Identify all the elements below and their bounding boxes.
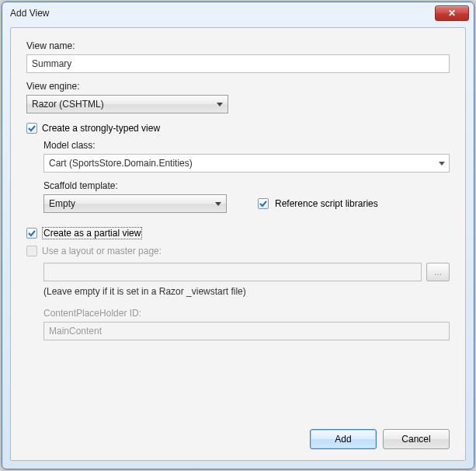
reference-scripts-label: Reference script libraries [275, 198, 378, 209]
view-name-label: View name: [26, 40, 450, 51]
chevron-down-icon [217, 103, 223, 106]
model-class-dropdown-button[interactable] [435, 155, 449, 172]
layout-path-input [43, 263, 422, 281]
view-engine-select[interactable]: Razor (CSHTML) [26, 95, 228, 113]
use-layout-checkbox [26, 246, 37, 256]
use-layout-row: Use a layout or master page: [26, 246, 450, 256]
model-class-value: Cart (SportsStore.Domain.Entities) [49, 158, 435, 169]
use-layout-label: Use a layout or master page: [42, 246, 162, 256]
partial-view-row: Create as a partial view [26, 227, 450, 239]
reference-scripts-row: Reference script libraries [258, 198, 378, 209]
dialog-window: Add View ✕ View name: View engine: Razor… [2, 2, 474, 469]
ellipsis-icon: ... [434, 267, 442, 277]
model-class-combo[interactable]: Cart (SportsStore.Domain.Entities) [43, 154, 450, 173]
check-icon [259, 200, 267, 208]
partial-view-label: Create as a partial view [42, 227, 142, 239]
chevron-down-icon [439, 162, 445, 166]
view-name-input[interactable] [26, 54, 450, 73]
cancel-button[interactable]: Cancel [383, 429, 450, 449]
titlebar[interactable]: Add View ✕ [2, 2, 474, 24]
strongly-typed-row: Create a strongly-typed view [26, 123, 450, 134]
strongly-typed-label: Create a strongly-typed view [42, 123, 160, 134]
reference-scripts-checkbox[interactable] [258, 198, 269, 209]
partial-view-checkbox[interactable] [26, 228, 37, 239]
layout-hint: (Leave empty if it is set in a Razor _vi… [43, 286, 450, 297]
scaffold-template-select[interactable]: Empty [43, 194, 227, 213]
placeholder-id-input [43, 322, 450, 340]
check-icon [28, 229, 36, 237]
strongly-typed-checkbox[interactable] [26, 123, 37, 134]
window-title: Add View [10, 8, 435, 19]
browse-button: ... [426, 263, 450, 281]
dialog-button-row: Add Cancel [310, 429, 450, 449]
layout-group: ... (Leave empty if it is set in a Razor… [43, 263, 450, 348]
add-button-label: Add [335, 434, 351, 445]
model-class-label: Model class: [43, 140, 450, 151]
placeholder-id-label: ContentPlaceHolder ID: [43, 308, 450, 319]
add-button[interactable]: Add [310, 429, 377, 449]
chevron-down-icon [215, 202, 221, 206]
cancel-button-label: Cancel [401, 434, 430, 445]
view-engine-value: Razor (CSHTML) [32, 99, 104, 110]
close-icon: ✕ [448, 8, 456, 19]
scaffold-template-label: Scaffold template: [43, 180, 450, 191]
close-button[interactable]: ✕ [435, 5, 469, 21]
content-panel: View name: View engine: Razor (CSHTML) C… [10, 27, 466, 461]
check-icon [28, 124, 36, 132]
scaffold-template-value: Empty [49, 198, 75, 209]
strongly-typed-group: Model class: Cart (SportsStore.Domain.En… [43, 140, 450, 213]
view-engine-label: View engine: [26, 81, 450, 92]
